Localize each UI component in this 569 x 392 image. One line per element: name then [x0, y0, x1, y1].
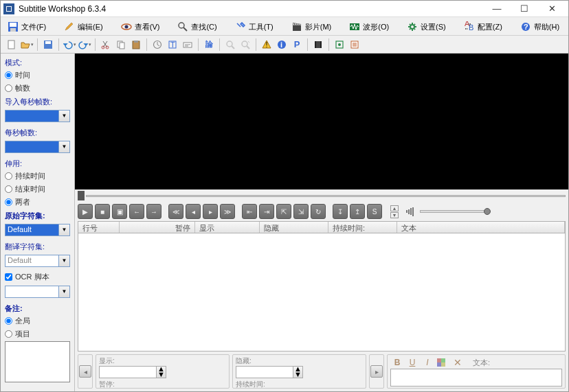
apply-duration-radio[interactable]: 持续时间 [5, 171, 70, 181]
apply-both-radio[interactable]: 两者 [5, 197, 70, 207]
menu-tools[interactable]: 工具(T) [232, 20, 276, 34]
menu-find[interactable]: 查找(C) [175, 20, 219, 34]
close-button[interactable]: ✕ [538, 2, 566, 16]
info-button[interactable]: i [275, 38, 289, 51]
col-num[interactable]: 行号 [78, 222, 120, 233]
s-button[interactable]: S [367, 204, 382, 219]
back-button[interactable]: ◂ [186, 204, 201, 219]
menu-wave[interactable]: 波形(O) [346, 20, 392, 34]
menu-help[interactable]: ? 帮助(H) [517, 20, 562, 34]
stop-button[interactable]: ■ [95, 204, 110, 219]
sync2-button[interactable]: ↥ [350, 204, 365, 219]
film-button[interactable] [311, 38, 325, 51]
separator [58, 38, 59, 51]
volume-thumb[interactable] [484, 208, 491, 215]
open-button[interactable] [20, 38, 34, 51]
menu-view[interactable]: 查看(V) [118, 20, 163, 34]
gear-icon [407, 21, 418, 32]
fps-combo[interactable]: ▼ [5, 141, 70, 153]
speed-up-button[interactable]: ▲ [390, 205, 399, 211]
fastfwd-button[interactable]: ≫ [220, 204, 235, 219]
timeline[interactable] [75, 189, 568, 202]
color-button[interactable] [437, 358, 448, 367]
dropdown-icon[interactable]: ▼ [59, 224, 70, 236]
speed-down-button[interactable]: ▼ [390, 212, 399, 218]
ocr-checkbox[interactable]: OCR 脚本 [5, 272, 70, 282]
new-button[interactable] [5, 38, 19, 51]
play-button[interactable]: ▶ [78, 204, 93, 219]
step-fwd-button[interactable]: ⇥ [259, 204, 274, 219]
menu-settings[interactable]: 设置(S) [404, 20, 449, 34]
notes-global-radio[interactable]: 全局 [5, 316, 70, 326]
clear-format-button[interactable]: ✕ [452, 357, 463, 368]
video-preview[interactable] [75, 54, 568, 189]
notes-textarea[interactable] [5, 341, 70, 382]
bold-button[interactable]: B [392, 358, 403, 367]
record-button[interactable]: ▣ [112, 204, 127, 219]
col-text[interactable]: 文本 [397, 222, 565, 233]
loop-button[interactable]: ↻ [311, 204, 326, 219]
nav-next-button[interactable]: ▸ [370, 365, 383, 378]
ocr-combo[interactable]: ▼ [5, 286, 70, 298]
zoom-tool-button[interactable] [238, 38, 252, 51]
lang-button[interactable]: 論 [202, 38, 216, 51]
mode-time-radio[interactable]: 时间 [5, 70, 70, 80]
mark-out-button[interactable]: ⇲ [293, 204, 309, 219]
dropdown-icon[interactable]: ▼ [59, 255, 70, 267]
warning-button[interactable]: ! [260, 38, 274, 51]
svg-rect-4 [10, 23, 16, 27]
minimize-button[interactable]: — [483, 2, 511, 16]
text-input[interactable] [390, 369, 562, 387]
col-show[interactable]: 显示 [195, 222, 260, 233]
volume-slider[interactable] [420, 210, 489, 213]
mode-frame-radio[interactable]: 帧数 [5, 83, 70, 93]
timeline-marker[interactable] [78, 191, 85, 200]
timeline-track[interactable] [86, 195, 566, 197]
pascal-button[interactable]: P [290, 38, 304, 51]
italic-button[interactable]: I [422, 358, 433, 367]
dropdown-icon[interactable]: ▼ [59, 110, 70, 122]
menu-edit-label: 编辑(E) [78, 22, 103, 32]
menu-config[interactable]: AB 配置(Z) [461, 20, 505, 34]
apply-end-radio[interactable]: 结束时间 [5, 184, 70, 194]
cut-button[interactable] [99, 38, 113, 51]
zoom-in-button[interactable] [223, 38, 237, 51]
step-back-button[interactable]: ⇤ [242, 204, 257, 219]
copy-button[interactable] [114, 38, 128, 51]
prev-button[interactable]: ← [129, 204, 144, 219]
maximize-button[interactable]: ☐ [511, 2, 538, 16]
forward-button[interactable]: ▸ [203, 204, 218, 219]
paste-button[interactable] [129, 38, 143, 51]
undo-button[interactable] [63, 38, 76, 51]
table-body[interactable] [78, 233, 566, 351]
save-button[interactable] [41, 38, 55, 51]
menu-movie[interactable]: 影片(M) [289, 20, 335, 34]
time-button[interactable] [150, 38, 164, 51]
dropdown-icon[interactable]: ▼ [59, 141, 70, 153]
mark-in-button[interactable]: ⇱ [276, 204, 291, 219]
next-button[interactable]: → [146, 204, 161, 219]
notes-item-radio[interactable]: 项目 [5, 329, 70, 339]
nav-prev-button[interactable]: ◂ [79, 365, 91, 378]
col-pause[interactable]: 暂停 [120, 222, 195, 233]
col-duration[interactable]: 持续时间: [328, 222, 397, 233]
list-button[interactable] [348, 38, 361, 51]
svg-text:i: i [280, 41, 282, 49]
hide-spin[interactable]: ▲▼ [236, 366, 363, 378]
nav-next-group: ▸ [369, 354, 384, 389]
preview-button[interactable] [333, 38, 346, 51]
menu-file[interactable]: 文件(F) [5, 20, 49, 34]
input-fps-combo[interactable]: ▼ [5, 110, 70, 122]
redo-button[interactable] [78, 38, 91, 51]
sync1-button[interactable]: ↧ [333, 204, 348, 219]
text-button[interactable]: T [166, 38, 179, 51]
col-hide[interactable]: 隐藏 [260, 222, 328, 233]
menu-edit[interactable]: 编辑(E) [61, 20, 106, 34]
dropdown-icon[interactable]: ▼ [59, 286, 70, 298]
show-spin[interactable]: ▲▼ [99, 366, 226, 378]
orig-charset-combo[interactable]: Default▼ [5, 224, 70, 236]
subtitle-button[interactable] [181, 38, 194, 51]
underline-button[interactable]: U [407, 358, 418, 367]
trans-charset-combo[interactable]: Default▼ [5, 255, 70, 267]
rewind-button[interactable]: ≪ [168, 204, 183, 219]
